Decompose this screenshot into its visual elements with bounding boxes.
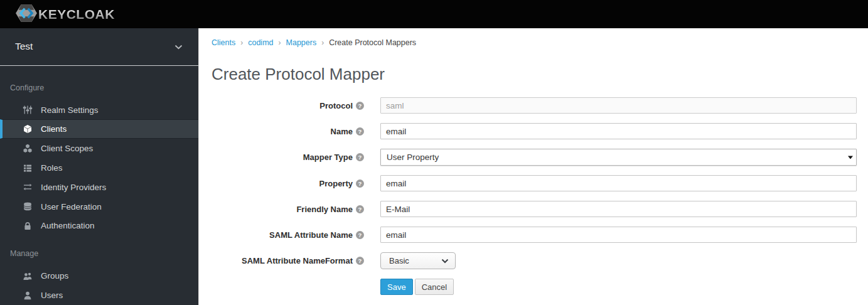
sidebar-item-label: Groups [41,271,68,281]
friendly-name-row: Friendly Name ? [212,201,857,217]
breadcrumb-mappers-link[interactable]: Mappers [286,38,317,47]
group-icon [22,270,33,281]
topbar: KEYCLOAK [0,0,868,28]
field-label: Property ? [212,179,364,188]
saml-attribute-nameformat-row: SAML Attribute NameFormat ? Basic [212,252,857,269]
mapper-type-value: User Property [387,152,439,162]
page-title: Create Protocol Mapper [212,64,857,85]
breadcrumb-separator: › [240,38,243,47]
sidebar-item-label: User Federation [41,202,102,211]
breadcrumb-current: Create Protocol Mappers [329,38,416,47]
help-icon[interactable]: ? [356,257,364,265]
keycloak-hexagon-icon [15,3,38,26]
sidebar-item-realm-settings[interactable]: Realm Settings [0,100,198,120]
saml-attribute-name-field[interactable] [380,227,857,243]
dropdown-arrow-icon [848,156,853,159]
list-icon [22,163,33,173]
saml-attribute-nameformat-label: SAML Attribute NameFormat [242,256,353,265]
name-label: Name [331,127,353,136]
create-protocol-mapper-form: Protocol ? Name ? Mapper Type [212,97,857,295]
sidebar-item-groups[interactable]: Groups [0,266,198,286]
cubes-icon [22,143,33,154]
cube-icon [22,124,33,134]
breadcrumb-separator: › [279,38,281,47]
exchange-arrows-icon [22,182,33,193]
help-icon[interactable]: ? [356,153,364,161]
lock-icon [22,220,33,231]
realm-name: Test [15,41,33,52]
field-label: Mapper Type ? [212,152,364,162]
protocol-label: Protocol [319,101,353,110]
field-label: Name ? [212,127,364,136]
friendly-name-field[interactable] [380,201,857,217]
protocol-field[interactable] [380,97,857,114]
breadcrumb-clients-link[interactable]: Clients [212,38,235,47]
realm-selector[interactable]: Test [0,28,198,66]
form-actions: Save Cancel [380,279,857,295]
sidebar-item-clients[interactable]: Clients [0,119,198,139]
sidebar-item-client-scopes[interactable]: Client Scopes [0,139,198,158]
keycloak-logo-text: KEYCLOAK [38,7,115,22]
sidebar-item-authentication[interactable]: Authentication [0,217,198,236]
mapper-type-select[interactable]: User Property [380,149,857,166]
sidebar-item-user-federation[interactable]: User Federation [0,197,198,217]
breadcrumb-codimd-link[interactable]: codimd [248,38,273,47]
field-label: Protocol ? [212,101,364,110]
user-icon [22,290,33,301]
name-field[interactable] [380,123,857,139]
main-content: Clients › codimd › Mappers › Create Prot… [199,28,868,305]
saml-attribute-nameformat-select[interactable]: Basic [380,252,456,269]
sidebar: Test Configure Realm Settings [0,28,199,305]
breadcrumb-separator: › [321,38,324,47]
saml-attribute-name-label: SAML Attribute Name [269,230,353,240]
property-row: Property ? [212,175,857,191]
name-row: Name ? [212,123,857,139]
sidebar-item-label: Client Scopes [41,144,93,153]
sidebar-item-label: Realm Settings [41,105,99,115]
mapper-type-label: Mapper Type [303,152,353,162]
sidebar-item-label: Clients [41,124,67,134]
sidebar-item-label: Authentication [41,221,95,230]
database-icon [22,201,33,212]
keycloak-logo[interactable]: KEYCLOAK [15,3,115,26]
sidebar-item-users[interactable]: Users [0,286,198,305]
protocol-row: Protocol ? [212,97,857,114]
property-field[interactable] [380,175,857,191]
sidebar-item-label: Roles [41,163,63,173]
sidebar-item-label: Identity Providers [41,183,106,192]
breadcrumb: Clients › codimd › Mappers › Create Prot… [212,38,857,47]
help-icon[interactable]: ? [356,102,364,110]
save-button[interactable]: Save [380,279,413,295]
saml-attribute-name-row: SAML Attribute Name ? [212,227,857,243]
friendly-name-label: Friendly Name [296,205,353,214]
sidebar-section-manage: Manage [0,235,198,266]
sidebar-section-configure: Configure [0,66,198,100]
cancel-button[interactable]: Cancel [415,279,454,295]
mapper-type-row: Mapper Type ? User Property [212,149,857,166]
field-label: SAML Attribute Name ? [212,230,364,240]
sidebar-item-label: Users [41,291,63,300]
sliders-icon [22,105,33,115]
sidebar-item-identity-providers[interactable]: Identity Providers [0,178,198,197]
sidebar-item-roles[interactable]: Roles [0,158,198,178]
help-icon[interactable]: ? [356,205,364,213]
chevron-down-icon [174,41,183,52]
field-label: SAML Attribute NameFormat ? [212,256,364,265]
property-label: Property [319,179,353,188]
help-icon[interactable]: ? [356,179,364,188]
help-icon[interactable]: ? [356,127,364,136]
nameformat-value: Basic [389,256,409,265]
chevron-down-icon [441,259,449,264]
field-label: Friendly Name ? [212,205,364,214]
help-icon[interactable]: ? [356,231,364,239]
